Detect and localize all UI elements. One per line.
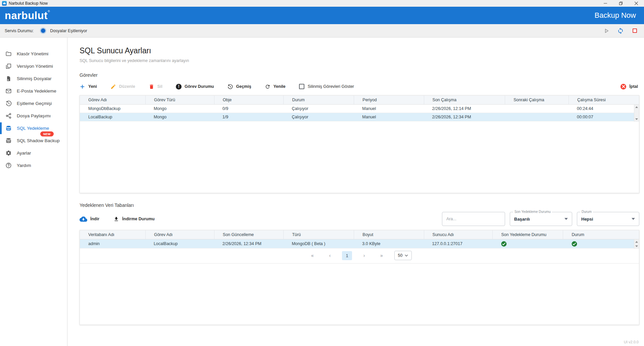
page-title: SQL Sunucu Ayarları (80, 46, 639, 55)
narbulut-logo: narbulut® (5, 10, 50, 21)
column-header: Görev Adı (80, 96, 145, 104)
service-status-text: Dosyalar Eşitleniyor (50, 28, 87, 33)
sidebar-item-sql-shadow-backup[interactable]: NEW SQL Shadow Backup (0, 134, 67, 147)
ui-version-label: UI v2.0.0 (624, 340, 639, 344)
current-page-button[interactable]: 1 (342, 251, 352, 260)
page-size-select[interactable]: 50 (394, 251, 412, 260)
page-subtitle: SQL Sunucu bilgilerini ve yedekleme zama… (80, 58, 639, 63)
task-status-button[interactable]: ! Görev Durumu (176, 84, 214, 90)
chevron-down-icon (564, 218, 568, 220)
sidebar: Klasör Yönetimi Versiyon Yönetimi Silinm… (0, 38, 67, 346)
delete-task-button[interactable]: Sil (149, 84, 162, 90)
scroll-up-icon[interactable] (635, 241, 638, 243)
download-status-icon (113, 216, 119, 222)
trademark-mark: ® (48, 10, 50, 13)
play-icon[interactable] (603, 27, 610, 34)
versions-icon (5, 63, 12, 70)
close-button[interactable] (629, 0, 644, 7)
stop-icon[interactable] (631, 27, 638, 34)
download-button[interactable]: İndir (80, 215, 99, 223)
tasks-table-header: Görev Adı Görev Türü Obje Durum Periyod … (80, 96, 639, 105)
history-icon (5, 100, 12, 107)
pencil-icon (110, 84, 116, 90)
column-header: Veritabanı Adı (80, 230, 145, 239)
tasks-toolbar: Yeni Düzenle Sil ! Görev Durumu Geçmiş Y… (80, 81, 639, 92)
edit-task-button[interactable]: Düzenle (110, 84, 135, 90)
column-header: Görev Türü (145, 96, 214, 104)
column-header: Periyod (354, 96, 424, 104)
new-badge: NEW (40, 131, 54, 136)
sync-icon[interactable] (617, 27, 624, 34)
service-status-label: Servis Durumu: (5, 28, 34, 33)
refresh-button[interactable]: Yenile (265, 84, 286, 90)
column-header: Sunucu Adı (424, 230, 493, 239)
main-content: SQL Sunucu Ayarları SQL Sunucu bilgileri… (67, 38, 644, 346)
databases-filters: Son Yedekleme Durumu Başarılı Durum Heps… (442, 212, 639, 226)
folder-icon (5, 51, 12, 57)
share-icon (5, 113, 12, 119)
trash-icon (149, 84, 154, 90)
service-status-dot-icon (41, 28, 45, 33)
sidebar-item-deleted-files[interactable]: Silinmiş Dosyalar (0, 72, 67, 85)
column-header: Son Güncelleme (214, 230, 284, 239)
scroll-down-icon[interactable] (635, 245, 638, 247)
column-header: Durum (283, 96, 354, 104)
history-button[interactable]: Geçmiş (227, 84, 251, 90)
backup-status-select[interactable]: Son Yedekleme Durumu Başarılı (510, 212, 572, 226)
databases-toolbar: İndir İndirme Durumu Son Yedekleme Durum… (80, 211, 639, 227)
gear-icon (5, 150, 12, 157)
table-row-selected[interactable]: LocalBackup Mongo 1/9 Çalışıyor Manuel 2… (80, 113, 639, 121)
scroll-down-icon[interactable] (635, 118, 638, 120)
column-header: Sonraki Çalışma (505, 96, 568, 104)
search-input[interactable] (446, 217, 501, 221)
service-status-bar: Servis Durumu: Dosyalar Eşitleniyor (0, 24, 644, 38)
table-scrollbar[interactable] (634, 105, 639, 122)
sidebar-item-version-management[interactable]: Versiyon Yönetimi (0, 60, 67, 72)
next-page-button[interactable]: › (359, 253, 369, 258)
chevron-down-icon (632, 218, 635, 220)
history-icon (227, 84, 233, 90)
column-header: Durum (563, 230, 639, 239)
exclamation-icon: ! (176, 84, 182, 90)
table-row-selected[interactable]: admin LocalBackup 2/26/2026, 12:34 PM Mo… (80, 239, 639, 248)
column-header: Son Çalışma (424, 96, 505, 104)
first-page-button[interactable]: « (307, 253, 318, 258)
refresh-icon (265, 84, 270, 90)
plus-icon (80, 84, 85, 90)
scroll-up-icon[interactable] (635, 106, 638, 108)
sidebar-item-sync-history[interactable]: Eşitleme Geçmişi (0, 97, 67, 110)
sidebar-item-sql-backup[interactable]: SQL Yedekleme (0, 122, 67, 134)
help-icon (5, 162, 12, 169)
chevron-down-icon (405, 254, 408, 256)
tasks-table: Görev Adı Görev Türü Obje Durum Periyod … (80, 95, 639, 193)
cancel-button[interactable]: İptal (621, 84, 638, 90)
sidebar-item-help[interactable]: Yardım (0, 159, 67, 172)
show-deleted-tasks-checkbox[interactable]: Silinmiş Görevleri Göster (299, 84, 354, 89)
databases-table-header: Veritabanı Adı Görev Adı Son Güncelleme … (80, 230, 639, 239)
sidebar-item-file-sharing[interactable]: Dosya Paylaşımı (0, 110, 67, 122)
last-page-button[interactable]: » (376, 253, 387, 258)
mail-icon (5, 88, 12, 95)
table-row[interactable]: MongoDbBackup Mongo 0/9 Çalışıyor Manuel… (80, 105, 639, 113)
status-select[interactable]: Durum Hepsi (577, 212, 639, 226)
sidebar-item-email-backup[interactable]: E-Posta Yedekleme (0, 85, 67, 97)
download-status-button[interactable]: İndirme Durumu (113, 216, 155, 222)
cloud-download-icon (80, 215, 87, 223)
new-task-button[interactable]: Yeni (80, 84, 97, 90)
column-header: Son Yedekleme Durumu (492, 230, 563, 239)
restore-button[interactable] (613, 0, 629, 7)
table-scrollbar[interactable] (634, 239, 639, 249)
pagination: « ‹ 1 › » 50 (80, 248, 639, 264)
deleted-file-icon (5, 75, 12, 82)
prev-page-button[interactable]: ‹ (325, 253, 335, 258)
minimize-button[interactable] (598, 0, 613, 7)
tasks-heading: Görevler (80, 72, 639, 78)
databases-table: Veritabanı Adı Görev Adı Son Güncelleme … (80, 230, 639, 325)
column-header: Çalışma Süresi (568, 96, 639, 104)
sidebar-item-folder-management[interactable]: Klasör Yönetimi (0, 48, 67, 60)
sidebar-item-settings[interactable]: Ayarlar (0, 147, 67, 159)
column-header: Obje (214, 96, 284, 104)
window-titlebar: Narbulut Backup Now (0, 0, 644, 7)
column-header: Görev Adı (145, 230, 214, 239)
search-box[interactable] (442, 212, 505, 226)
